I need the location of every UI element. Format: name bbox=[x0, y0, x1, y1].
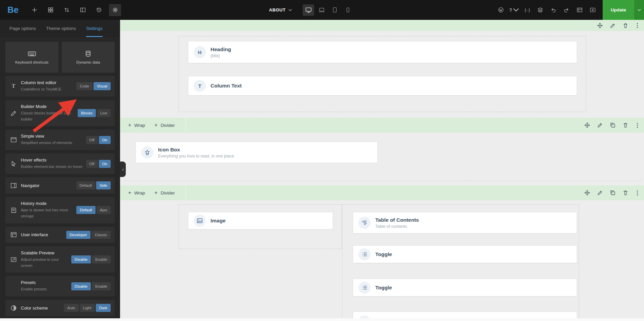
laptop-icon[interactable] bbox=[316, 4, 327, 16]
layers-icon[interactable] bbox=[534, 0, 547, 20]
option-off[interactable]: Off bbox=[86, 160, 98, 168]
element-title: Image bbox=[211, 218, 226, 224]
add-divider-button[interactable]: +Divider bbox=[154, 122, 175, 128]
option-ajax[interactable]: Ajax bbox=[97, 206, 111, 214]
element-title: Column Text bbox=[211, 83, 242, 89]
element-column-text[interactable]: T Column Text bbox=[188, 76, 577, 96]
option-blocks[interactable]: Blocks bbox=[78, 109, 96, 117]
plus-icon: + bbox=[128, 190, 131, 195]
option-on[interactable]: On bbox=[99, 136, 111, 144]
option-side[interactable]: Side bbox=[96, 181, 111, 189]
plus-icon: + bbox=[154, 190, 157, 195]
element-title: Toggle bbox=[375, 251, 392, 257]
setting-title: Navigator bbox=[21, 183, 73, 188]
duplicate-icon[interactable] bbox=[610, 190, 616, 196]
edit-pencil-icon[interactable] bbox=[610, 23, 616, 29]
move-icon[interactable] bbox=[584, 122, 590, 128]
reorder-icon[interactable] bbox=[61, 4, 73, 16]
add-icon[interactable] bbox=[28, 4, 40, 16]
heading-icon: H bbox=[194, 46, 206, 58]
settings-gear-icon[interactable] bbox=[109, 4, 121, 16]
element-icon-box[interactable]: Icon Box Everything you love to read, in… bbox=[136, 142, 378, 163]
bottom-strip bbox=[0, 318, 644, 321]
topbar: Be ABOUT ? {···} U bbox=[0, 0, 644, 20]
redo-icon[interactable] bbox=[560, 0, 573, 20]
option-developer[interactable]: Developer bbox=[66, 231, 90, 239]
option-enable[interactable]: Enable bbox=[92, 282, 111, 290]
desktop-icon[interactable] bbox=[303, 4, 314, 16]
edit-pencil-icon[interactable] bbox=[597, 190, 603, 196]
more-dots-icon[interactable]: ⋮ bbox=[635, 122, 639, 128]
keyboard-shortcuts-tile[interactable]: Keyboard shortcuts bbox=[5, 42, 59, 73]
option-code[interactable]: Code bbox=[76, 82, 92, 90]
element-image[interactable]: Image bbox=[188, 212, 333, 229]
option-dark[interactable]: Dark bbox=[96, 304, 111, 312]
option-default[interactable]: Default bbox=[76, 181, 95, 189]
element-table-of-contents[interactable]: Table of Contents Table of contents bbox=[353, 212, 577, 234]
option-disable[interactable]: Disable bbox=[71, 282, 91, 290]
toggle-icon bbox=[358, 248, 371, 260]
tab-page-options[interactable]: Page options bbox=[9, 20, 36, 37]
setting-title: Column text editor bbox=[21, 80, 73, 85]
navigator-toggle: Default Side bbox=[76, 181, 111, 189]
phone-icon[interactable] bbox=[342, 4, 353, 16]
topbar-left-tools bbox=[28, 0, 121, 20]
undo-icon[interactable] bbox=[547, 0, 560, 20]
trash-icon[interactable] bbox=[622, 122, 629, 128]
update-options-caret[interactable] bbox=[634, 0, 644, 20]
betheme-logo[interactable]: Be bbox=[7, 0, 18, 20]
tablet-icon[interactable] bbox=[329, 4, 340, 16]
page-selector-dropdown[interactable]: ABOUT bbox=[269, 0, 292, 20]
add-divider-button[interactable]: +Divider bbox=[154, 190, 175, 195]
update-button[interactable]: Update bbox=[603, 0, 634, 20]
tab-theme-options[interactable]: Theme options bbox=[46, 20, 76, 37]
option-off[interactable]: Off bbox=[86, 136, 98, 144]
add-wrap-button[interactable]: +Wrap bbox=[128, 190, 145, 195]
move-icon[interactable] bbox=[597, 23, 603, 29]
element-toggle[interactable]: Toggle bbox=[353, 312, 577, 318]
help-icon[interactable]: ? bbox=[507, 0, 521, 20]
more-dots-icon[interactable]: ⋮ bbox=[635, 23, 639, 29]
dynamic-data-tile[interactable]: Dynamic data bbox=[62, 42, 115, 73]
grid-icon[interactable] bbox=[44, 4, 56, 16]
add-wrap-button[interactable]: +Wrap bbox=[128, 122, 145, 128]
collapse-sidebar-icon[interactable]: ‹ bbox=[120, 162, 126, 177]
duplicate-icon[interactable] bbox=[610, 122, 616, 128]
page-selector-label: ABOUT bbox=[269, 7, 286, 12]
element-toggle[interactable]: Toggle bbox=[353, 279, 577, 296]
option-live[interactable]: Live bbox=[97, 109, 111, 117]
option-on[interactable]: On bbox=[99, 160, 111, 168]
option-enable[interactable]: Enable bbox=[92, 255, 111, 263]
element-toggle[interactable]: Toggle bbox=[353, 245, 577, 263]
edit-pencil-icon[interactable] bbox=[597, 122, 603, 128]
image-icon bbox=[194, 215, 206, 227]
element-heading[interactable]: H Heading {title} bbox=[188, 41, 577, 63]
element-subtitle: Table of contents bbox=[375, 224, 419, 229]
trash-icon[interactable] bbox=[622, 23, 629, 29]
setting-row-simple-view: Simple view Simplified version of elemen… bbox=[5, 130, 115, 150]
scalable-preview-toggle: Disable Enable bbox=[71, 255, 111, 263]
layout-columns-icon[interactable] bbox=[77, 4, 89, 16]
shortcode-icon[interactable]: {···} bbox=[521, 0, 534, 20]
history-icon[interactable] bbox=[93, 4, 105, 16]
scalable-preview-icon bbox=[9, 256, 17, 263]
trash-icon[interactable] bbox=[622, 190, 629, 196]
option-light[interactable]: Light bbox=[80, 304, 95, 312]
panels-icon[interactable] bbox=[573, 0, 586, 20]
preview-icon[interactable] bbox=[586, 0, 599, 20]
plus-icon: + bbox=[154, 122, 157, 128]
wordpress-icon[interactable] bbox=[494, 0, 507, 20]
more-dots-icon[interactable]: ⋮ bbox=[635, 190, 639, 196]
option-auto[interactable]: Auto bbox=[64, 304, 79, 312]
tab-settings[interactable]: Settings bbox=[86, 20, 103, 37]
move-icon[interactable] bbox=[584, 190, 590, 196]
option-classic[interactable]: Classic bbox=[91, 231, 111, 239]
option-default[interactable]: Default bbox=[76, 206, 95, 214]
option-disable[interactable]: Disable bbox=[71, 255, 91, 263]
option-visual[interactable]: Visual bbox=[93, 82, 111, 90]
setting-title: Hover effects bbox=[21, 157, 83, 163]
color-scheme-toggle: Auto Light Dark bbox=[64, 304, 111, 312]
builder-mode-toggle: Blocks Live bbox=[78, 109, 111, 117]
setting-row-navigator: Navigator Default Side bbox=[5, 177, 115, 193]
toggle-icon bbox=[358, 316, 371, 318]
